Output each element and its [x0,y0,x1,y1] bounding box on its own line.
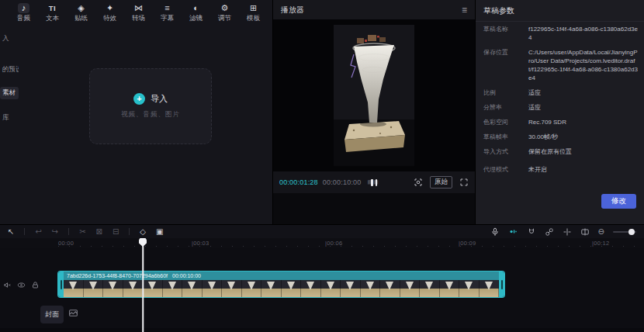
microphone-icon[interactable] [490,227,500,237]
transitions-icon: ⋈ [133,3,144,13]
tab-adjust[interactable]: ⚙调节 [210,2,239,23]
timeline-tracks: 7abd226d-1753-44f8-8470-707294a6b60f 00:… [0,248,644,332]
media-panel: ♪音频TI文本◈贴纸✦特效⋈转场≡字幕◐滤镜⚙调节⊞模板 入的预设素材库 + 导… [0,0,273,224]
playhead-handle[interactable] [139,238,147,247]
image-tool-icon[interactable]: ▣ [156,228,163,236]
link-icon[interactable] [545,227,554,237]
magnet-icon[interactable] [527,227,536,237]
ruler-label: |00:06 [325,240,343,247]
tab-templates[interactable]: ⊞模板 [239,2,268,23]
playhead[interactable] [139,238,147,332]
tab-label: 字幕 [161,14,174,23]
param-row: 代理模式未开启 [483,165,638,174]
filmstrip-frame [242,280,262,297]
tab-label: 模板 [247,14,260,23]
track-hide-icon[interactable] [17,281,26,289]
cover-thumbnail-icon[interactable] [68,308,78,318]
tab-label: 特效 [103,14,116,23]
player-menu-icon[interactable]: ≡ [462,5,467,16]
shield-icon[interactable]: ◇ [140,228,146,236]
modify-button[interactable]: 修改 [601,194,636,209]
tab-captions[interactable]: ≡字幕 [153,2,182,23]
fullscreen-icon[interactable] [459,178,469,187]
tab-filters[interactable]: ◐滤镜 [182,2,210,23]
param-value: C:/Users/user/AppData/Local/JianyingPro/… [528,48,638,82]
filters-icon: ◐ [191,3,202,13]
param-value: 适应 [528,88,541,97]
zoom-knob[interactable] [628,229,635,235]
clip-name: 7abd226d-1753-44f8-8470-707294a6b60f [67,273,168,278]
toolbar-divider [129,228,130,235]
player-panel: 播放器 ≡ [273,0,475,224]
snap-icon[interactable] [563,227,572,237]
track-mute-icon[interactable] [3,281,12,289]
cover-button[interactable]: 封面 [40,306,64,323]
timeline-toolbar: ↖↩↪✂⊠⊟◇▣ ⊖ [0,225,644,238]
side-strip-item[interactable]: 的预设 [0,64,19,76]
side-strip-item[interactable]: 库 [0,112,19,124]
audio-wave-toggle-icon[interactable] [508,227,518,237]
tab-label: 音频 [17,14,30,23]
import-plus-icon: + [133,93,145,105]
captions-icon: ≡ [162,3,173,13]
param-value: 保留在原有位置 [528,147,572,156]
param-value: Rec.709 SDR [528,118,566,126]
filmstrip-frame [84,280,104,297]
filmstrip-frame [282,280,302,297]
sticker-icon: ◈ [76,3,87,13]
player-title: 播放器 [281,5,304,16]
tab-effects[interactable]: ✦特效 [95,2,124,23]
timeline-tools-left: ↖↩↪✂⊠⊟◇▣ [8,228,164,236]
templates-icon: ⊞ [248,3,259,13]
params-title: 草稿参数 [476,0,644,22]
original-ratio-button[interactable]: 原始 [430,176,452,188]
ruler-label: |00:09 [459,240,476,247]
filmstrip-frame [163,280,183,297]
clip-right-handle[interactable] [499,271,504,297]
effects-icon: ✦ [105,3,116,13]
param-label: 导入方式 [483,147,521,156]
side-strip-item[interactable]: 素材 [0,87,19,99]
delete-right-icon[interactable]: ⊟ [113,228,119,236]
total-time: 00:00:10:00 [323,178,362,186]
undo-icon[interactable]: ↩ [35,228,41,236]
pause-button[interactable] [368,176,380,189]
split-icon[interactable]: ✂ [79,228,85,236]
clip-duration: 00:00:10:00 [172,273,201,278]
params-rows: 草稿名称f122965c-1f4f-4a68-a086-c1380a62d3e4… [483,25,638,174]
param-row: 比例适应 [483,88,638,97]
param-row: 色彩空间Rec.709 SDR [483,118,638,126]
select-tool-icon[interactable]: ↖ [8,228,14,236]
side-strip-item[interactable]: 入 [0,33,19,45]
import-row: + 导入 [133,93,168,105]
filmstrip-frame [203,280,223,297]
preview-axis-icon[interactable] [580,227,590,237]
timeline-ruler[interactable]: 00:00|00:03|00:06|00:09|00:12 [0,238,644,248]
video-clip[interactable]: 7abd226d-1753-44f8-8470-707294a6b60f 00:… [58,271,504,297]
param-label: 代理模式 [483,165,521,174]
tab-text[interactable]: TI文本 [38,2,67,23]
import-dropzone[interactable]: + 导入 视频、音频、图片 [89,68,212,144]
tab-transitions[interactable]: ⋈转场 [124,2,153,23]
filmstrip-frame [361,280,381,297]
param-value: 适应 [528,103,541,112]
import-hint: 视频、音频、图片 [121,110,180,119]
tab-audio[interactable]: ♪音频 [9,2,38,23]
toolbar-divider [68,228,69,235]
param-label: 比例 [483,88,521,97]
snapshot-icon[interactable] [414,178,423,187]
track-lock-icon[interactable] [31,281,40,289]
filmstrip-frame [420,280,440,297]
redo-icon[interactable]: ↪ [52,228,58,236]
param-row: 草稿帧率30.00帧/秒 [483,133,638,141]
adjust-icon: ⚙ [220,3,230,13]
tab-label: 转场 [132,14,145,23]
param-row: 分辨率适应 [483,103,638,112]
timeline-scroll-strip[interactable] [0,328,644,332]
zoom-slider[interactable] [613,231,636,233]
clip-left-handle[interactable] [58,271,64,297]
zoom-out-icon[interactable]: ⊖ [598,227,604,236]
delete-left-icon[interactable]: ⊠ [96,228,102,236]
tab-sticker[interactable]: ◈贴纸 [67,2,95,23]
filmstrip-frame [459,280,480,297]
